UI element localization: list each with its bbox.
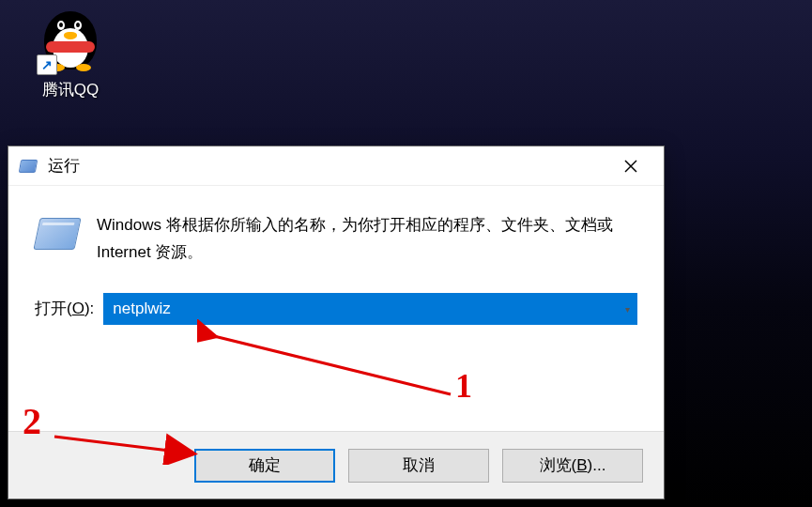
- info-text: Windows 将根据你所输入的名称，为你打开相应的程序、文件夹、文档或 Int…: [97, 212, 637, 267]
- command-combobox[interactable]: ▾: [103, 293, 637, 325]
- dialog-body: Windows 将根据你所输入的名称，为你打开相应的程序、文件夹、文档或 Int…: [8, 186, 664, 325]
- browse-button[interactable]: 浏览(B)...: [502, 449, 643, 483]
- qq-penguin-icon: ↗: [37, 8, 104, 75]
- close-icon: [624, 160, 637, 173]
- open-label: 打开(O):: [35, 298, 94, 319]
- shortcut-arrow-icon: ↗: [37, 54, 57, 75]
- button-row: 确定 取消 浏览(B)...: [8, 431, 664, 499]
- desktop-icon-label: 腾讯QQ: [28, 79, 113, 100]
- dialog-title: 运行: [48, 155, 609, 177]
- run-large-icon: [35, 216, 80, 254]
- command-input[interactable]: [103, 293, 637, 325]
- run-dialog: 运行 Windows 将根据你所输入的名称，为你打开相应的程序、文件夹、文档或 …: [8, 146, 665, 499]
- run-dialog-icon: [20, 157, 38, 176]
- qq-desktop-shortcut[interactable]: ↗ 腾讯QQ: [28, 8, 113, 100]
- close-button[interactable]: [609, 151, 652, 181]
- cancel-button[interactable]: 取消: [348, 449, 489, 483]
- ok-button[interactable]: 确定: [194, 449, 335, 483]
- titlebar[interactable]: 运行: [8, 146, 664, 186]
